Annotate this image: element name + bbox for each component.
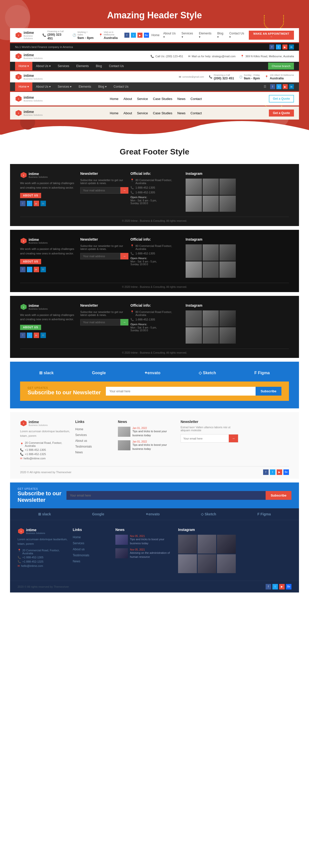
footer-1-newsletter-btn[interactable]: → <box>121 187 129 194</box>
insta-img-4[interactable] <box>185 196 202 212</box>
nav-service-5[interactable]: Service <box>137 111 148 115</box>
nav-home-2[interactable]: Home ▾ <box>15 62 32 70</box>
nav-contact-1[interactable]: Contact Us ▾ <box>229 32 246 39</box>
footer-dark-youtube[interactable]: ▶ <box>279 584 285 589</box>
quote-button-4[interactable]: Get a Quote <box>269 95 294 102</box>
about-button-3[interactable]: ABOUT US <box>20 325 41 330</box>
footer-2-facebook[interactable]: f <box>20 267 26 272</box>
nav-blog-3[interactable]: Blog ▾ <box>95 82 110 91</box>
nav-contact-4[interactable]: Contact <box>191 97 202 101</box>
quote-button-5[interactable]: Get a Quote <box>269 110 294 117</box>
nav-contact-5[interactable]: Contact <box>191 111 202 115</box>
subscribe-dark-email-input[interactable] <box>66 491 266 500</box>
facebook-icon-3[interactable]: f <box>270 84 275 89</box>
insta-img-3[interactable] <box>219 179 236 195</box>
footer-2-email-input[interactable] <box>80 253 121 259</box>
insta-f3-5[interactable] <box>203 327 219 344</box>
nav-about-1[interactable]: About Us ▾ <box>163 32 178 39</box>
youtube-icon-1[interactable]: ▶ <box>137 33 142 38</box>
footer-light-email-input[interactable] <box>181 434 229 442</box>
subscribe-dark-btn[interactable]: Subscribe <box>266 491 291 500</box>
insta-f2-5[interactable] <box>203 261 219 278</box>
nav-about-4[interactable]: About <box>124 97 132 101</box>
nav-about-5[interactable]: About <box>124 111 132 115</box>
nav-news-4[interactable]: News <box>177 97 185 101</box>
footer-1-linkedin[interactable]: in <box>40 201 46 206</box>
footer-1-facebook[interactable]: f <box>20 201 26 206</box>
about-button-1[interactable]: ABOUT US <box>20 193 41 198</box>
nav-home-3[interactable]: Home ▾ <box>15 82 32 91</box>
link-home-light[interactable]: Home <box>75 428 83 431</box>
list-icon-3[interactable]: ☰ <box>261 85 269 88</box>
twitter-icon-2[interactable]: t <box>276 44 281 50</box>
footer-light-youtube[interactable]: ▶ <box>277 469 282 475</box>
branch-button-2[interactable]: Choose branch <box>268 63 294 69</box>
footer-3-twitter[interactable]: t <box>27 333 32 338</box>
youtube-icon-3[interactable]: ▶ <box>283 84 288 89</box>
nav-service-4[interactable]: Service <box>137 97 148 101</box>
insta-f2-1[interactable] <box>185 244 202 261</box>
insta-img-5[interactable] <box>203 196 219 212</box>
insta-f2-4[interactable] <box>185 261 202 278</box>
insta-f3-3[interactable] <box>219 310 236 327</box>
nav-case-4[interactable]: Case Studies <box>153 97 172 101</box>
insta-f2-6[interactable] <box>219 261 236 278</box>
nav-elements-3[interactable]: Elements <box>75 82 95 91</box>
insta-f2-2[interactable] <box>203 244 219 261</box>
nav-contact-2[interactable]: Contact Us <box>105 62 127 70</box>
footer-2-newsletter-btn[interactable]: → <box>121 253 129 259</box>
footer-3-newsletter-btn[interactable]: → <box>121 319 129 326</box>
footer-1-youtube[interactable]: ▶ <box>34 201 39 206</box>
link-about-light[interactable]: About us <box>75 439 87 442</box>
footer-3-email-input[interactable] <box>80 319 121 326</box>
link-home-dark[interactable]: Home <box>73 535 81 539</box>
link-news-light[interactable]: News <box>75 451 83 454</box>
nav-blog-2[interactable]: Blog <box>92 62 105 70</box>
footer-light-newsletter-btn[interactable]: → <box>229 434 238 442</box>
behance-icon-1[interactable]: Be <box>144 33 149 38</box>
footer-1-twitter[interactable]: t <box>27 201 32 206</box>
link-testimonials-dark[interactable]: Testimonials <box>73 554 89 557</box>
twitter-icon-1[interactable]: t <box>131 33 136 38</box>
footer-2-linkedin[interactable]: in <box>40 267 46 272</box>
nav-news-5[interactable]: News <box>177 111 185 115</box>
footer-1-email-input[interactable] <box>80 187 121 194</box>
insta-dark-6[interactable] <box>217 554 236 573</box>
nav-about-2[interactable]: About Us ▾ <box>32 62 54 70</box>
insta-dark-3[interactable] <box>217 535 236 554</box>
subscribe-btn[interactable]: Subscribe <box>255 387 281 396</box>
nav-case-5[interactable]: Case Studies <box>153 111 172 115</box>
footer-3-youtube[interactable]: ▶ <box>34 333 39 338</box>
nav-home-4[interactable]: Home <box>110 97 118 101</box>
link-services-dark[interactable]: Services <box>73 541 84 545</box>
linkedin-icon-2[interactable]: in <box>289 44 294 50</box>
facebook-icon-1[interactable]: f <box>125 33 129 38</box>
linkedin-icon-3[interactable]: in <box>289 84 294 89</box>
nav-services-3[interactable]: Services ▾ <box>54 82 75 91</box>
link-about-dark[interactable]: About us <box>73 548 84 551</box>
insta-f3-2[interactable] <box>203 310 219 327</box>
nav-services-2[interactable]: Services <box>54 62 73 70</box>
nav-contact-3[interactable]: Contact Us <box>110 82 132 91</box>
nav-elements-1[interactable]: Elements ▾ <box>199 32 213 39</box>
footer-light-behance[interactable]: Be <box>283 469 289 475</box>
footer-3-facebook[interactable]: f <box>20 333 26 338</box>
subscribe-email-input[interactable] <box>106 387 255 396</box>
appointment-button-1[interactable]: MAKE AN APPOINTMENT → <box>249 31 294 40</box>
footer-dark-facebook[interactable]: f <box>266 584 271 589</box>
nav-home-1[interactable]: Home <box>151 33 160 37</box>
footer-3-linkedin[interactable]: in <box>40 333 46 338</box>
footer-light-twitter[interactable]: t <box>270 469 275 475</box>
facebook-icon-2[interactable]: f <box>269 44 274 50</box>
insta-f3-4[interactable] <box>185 327 202 344</box>
insta-img-6[interactable] <box>219 196 236 212</box>
nav-services-1[interactable]: Services ▾ <box>181 32 195 39</box>
twitter-icon-3[interactable]: t <box>276 84 281 89</box>
nav-about-3[interactable]: About Us ▾ <box>32 82 54 91</box>
footer-dark-twitter[interactable]: t <box>272 584 278 589</box>
insta-dark-5[interactable] <box>198 554 216 573</box>
link-news-dark[interactable]: News <box>73 560 80 563</box>
insta-dark-1[interactable] <box>178 535 197 554</box>
insta-dark-4[interactable] <box>178 554 197 573</box>
nav-home-5[interactable]: Home <box>110 111 118 115</box>
